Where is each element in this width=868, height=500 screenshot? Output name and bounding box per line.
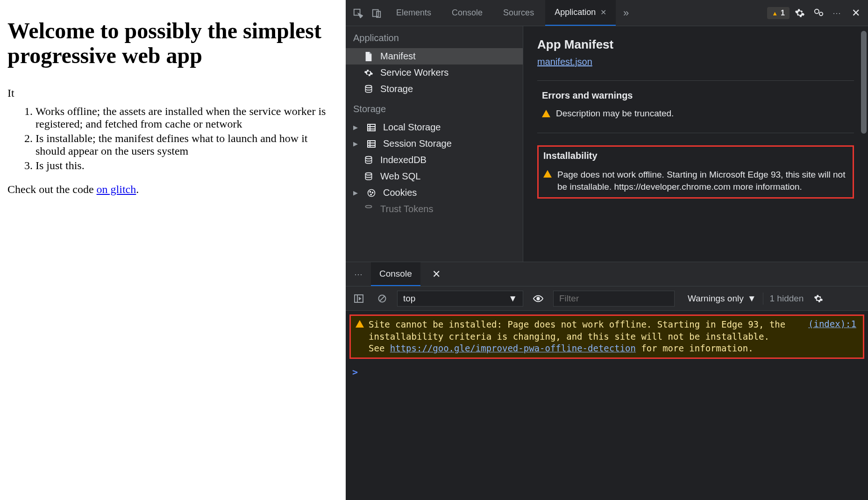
svg-point-20 [365, 205, 371, 207]
console-warning-link[interactable]: https://goo.gle/improved-pwa-offline-det… [390, 343, 636, 353]
drawer-tab-console[interactable]: Console [371, 262, 420, 286]
devtools-panel: Elements Console Sources Application ✕ »… [346, 0, 868, 500]
sidebar-item-session-storage[interactable]: ▶ Session Storage [346, 136, 523, 152]
svg-point-18 [372, 192, 373, 193]
console-prompt[interactable]: > [346, 363, 868, 381]
installability-heading: Installability [543, 150, 848, 161]
svg-point-5 [365, 85, 371, 87]
device-toolbar-icon[interactable] [368, 5, 385, 21]
warning-text: Description may be truncated. [556, 108, 674, 119]
database-icon [363, 84, 374, 94]
sidebar-label: Web SQL [380, 171, 420, 182]
warning-count: 1 [781, 9, 785, 17]
more-options-icon[interactable]: ⋯ [829, 5, 846, 21]
installability-section: Installability Page does not work offlin… [537, 133, 854, 199]
console-warning-text: for more information. [636, 343, 754, 353]
sidebar-item-websql[interactable]: Web SQL [346, 168, 523, 185]
warning-icon [542, 110, 550, 117]
gear-icon [363, 68, 374, 78]
context-selector[interactable]: top ▼ [397, 291, 523, 307]
feature-list: Works offline; the assets are installed … [36, 105, 338, 172]
warning-row: Description may be truncated. [537, 107, 854, 120]
close-drawer-icon[interactable]: ✕ [428, 266, 445, 283]
chevron-right-icon: ▶ [353, 124, 360, 131]
warning-text: Page does not work offline. Starting in … [557, 169, 848, 193]
detail-title: App Manifest [537, 37, 854, 52]
more-tabs-icon[interactable]: » [618, 5, 634, 21]
file-icon [363, 51, 374, 62]
cookie-icon [366, 188, 377, 198]
log-level-label: Warnings only [688, 293, 744, 304]
outro-post: . [136, 183, 139, 195]
sidebar-header-application: Application [346, 26, 523, 48]
sidebar-item-service-workers[interactable]: Service Workers [346, 64, 523, 81]
sidebar-header-storage: Storage [346, 97, 523, 119]
devtools-tabbar: Elements Console Sources Application ✕ »… [346, 0, 868, 26]
more-options-icon[interactable]: ⋯ [350, 266, 367, 283]
database-icon [363, 155, 374, 165]
console-output: Site cannot be installed: Page does not … [346, 311, 868, 500]
sidebar-label: Session Storage [383, 138, 452, 149]
sidebar-item-storage[interactable]: Storage [346, 81, 523, 97]
list-item: Works offline; the assets are installed … [36, 105, 338, 130]
inspect-element-icon[interactable] [349, 5, 366, 21]
svg-point-16 [368, 189, 375, 196]
errors-section: Errors and warnings Description may be t… [537, 80, 854, 120]
close-devtools-icon[interactable]: ✕ [847, 5, 864, 21]
sidebar-item-cookies[interactable]: ▶ Cookies [346, 185, 523, 201]
settings-icon[interactable] [791, 5, 808, 21]
table-icon [366, 139, 377, 149]
manifest-detail-pane: App Manifest manifest.json Errors and wa… [523, 26, 868, 262]
sidebar-label: IndexedDB [380, 155, 427, 165]
console-source-link[interactable]: (index):1 [808, 319, 856, 329]
svg-point-25 [537, 297, 540, 300]
drawer-tabbar: ⋯ Console ✕ [346, 262, 868, 286]
clear-console-icon[interactable] [374, 290, 391, 307]
sidebar-item-local-storage[interactable]: ▶ Local Storage [346, 119, 523, 136]
outro-text: Check out the code on glitch. [7, 183, 338, 196]
svg-point-17 [370, 191, 370, 192]
sidebar-label: Local Storage [383, 122, 441, 133]
issues-badge[interactable]: 1 [767, 7, 790, 19]
sidebar-label: Cookies [383, 187, 417, 198]
list-item: Is installable; the manifest defines wha… [36, 132, 338, 157]
scrollbar-thumb[interactable] [861, 31, 867, 134]
svg-point-3 [815, 9, 819, 13]
list-item: Is just this. [36, 159, 338, 172]
sidebar-item-manifest[interactable]: Manifest [346, 48, 523, 64]
toggle-sidebar-icon[interactable] [350, 290, 367, 307]
tab-elements[interactable]: Elements [387, 0, 441, 26]
glitch-link[interactable]: on glitch [97, 183, 136, 195]
live-expression-icon[interactable] [530, 290, 547, 307]
log-level-selector[interactable]: Warnings only ▼ [688, 293, 756, 304]
table-icon [366, 122, 377, 133]
svg-rect-10 [368, 141, 375, 147]
warning-row: Page does not work offline. Starting in … [543, 168, 848, 193]
tab-application[interactable]: Application ✕ [545, 0, 616, 26]
context-value: top [403, 293, 415, 304]
console-toolbar: top ▼ Warnings only ▼ 1 hidden [346, 286, 868, 311]
svg-point-19 [370, 194, 371, 195]
tab-console[interactable]: Console [442, 0, 492, 26]
manifest-link[interactable]: manifest.json [537, 57, 592, 67]
scrollbar[interactable] [859, 26, 868, 262]
chevron-right-icon: ▶ [353, 189, 360, 196]
tab-application-label: Application [555, 7, 596, 17]
filter-input[interactable] [553, 291, 675, 307]
svg-point-4 [819, 12, 823, 15]
feedback-icon[interactable] [810, 5, 827, 21]
sidebar-item-indexeddb[interactable]: IndexedDB [346, 152, 523, 168]
sidebar-label: Manifest [380, 51, 416, 62]
sidebar-item-trust-tokens[interactable]: Trust Tokens [346, 201, 523, 217]
warning-icon [543, 170, 552, 178]
tab-sources[interactable]: Sources [494, 0, 543, 26]
highlighted-warning-box: Installability Page does not work offlin… [537, 145, 854, 199]
webpage-pane: Welcome to possibly the simplest progres… [0, 0, 346, 500]
hidden-count[interactable]: 1 hidden [770, 293, 804, 304]
console-settings-icon[interactable] [810, 290, 827, 307]
outro-pre: Check out the code [7, 183, 97, 195]
sidebar-label: Storage [380, 84, 413, 94]
close-icon[interactable]: ✕ [600, 8, 606, 17]
console-drawer: ⋯ Console ✕ top ▼ Warnings only ▼ [346, 262, 868, 500]
errors-heading: Errors and warnings [542, 90, 854, 101]
